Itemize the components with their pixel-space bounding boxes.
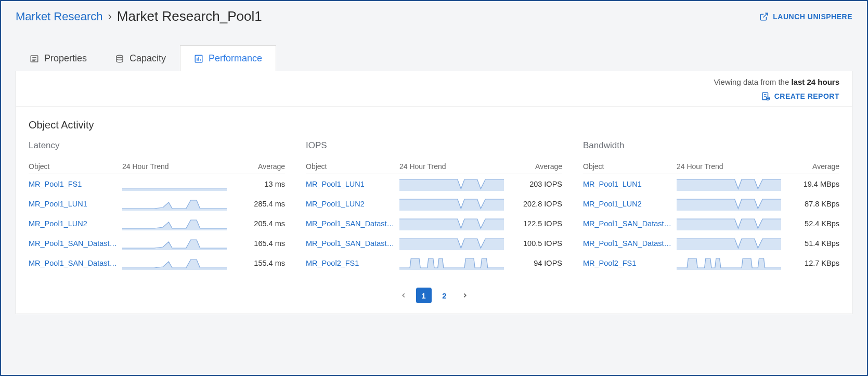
trend-sparkline [677,217,787,230]
breadcrumb-parent-link[interactable]: Market Research [16,10,103,23]
panel-title-iops: IOPS [306,140,562,151]
average-value: 51.4 KBps [787,239,839,248]
col-trend: 24 Hour Trend [122,162,233,171]
average-value: 12.7 KBps [787,259,839,267]
breadcrumb: Market Research › Market Research_Pool1 [16,8,262,24]
database-icon [115,54,124,63]
pagination-pages: 12 [416,288,452,303]
chevron-right-icon: › [108,10,112,23]
average-value: 13 ms [233,180,285,188]
launch-unisphere-label: LAUNCH UNISPHERE [773,12,852,21]
col-object: Object [29,162,122,171]
trend-sparkline [677,177,787,191]
average-value: 202.8 IOPS [510,200,562,208]
average-value: 203 IOPS [510,180,562,188]
average-value: 205.4 ms [233,219,285,228]
object-link[interactable]: MR_Pool1_LUN2 [29,219,122,228]
trend-sparkline [122,197,233,211]
trend-sparkline [122,256,233,270]
col-trend: 24 Hour Trend [399,162,510,171]
trend-sparkline [677,197,787,211]
col-object: Object [583,162,677,171]
chevron-right-icon [461,292,469,299]
tab-capacity-label: Capacity [129,53,166,64]
header: Market Research › Market Research_Pool1 … [1,1,867,30]
object-link[interactable]: MR_Pool1_SAN_Datasto… [306,239,399,248]
table-row: MR_Pool1_SAN_Datast… 155.4 ms [29,253,285,273]
svg-point-5 [116,55,123,58]
create-report-label: CREATE REPORT [774,92,839,100]
table-row: MR_Pool1_SAN_Datast… 165.4 ms [29,234,285,253]
table-row: MR_Pool1_LUN1 19.4 MBps [583,174,839,194]
object-link[interactable]: MR_Pool1_LUN2 [583,200,677,208]
col-trend: 24 Hour Trend [677,162,787,171]
pagination-prev[interactable] [396,288,411,303]
average-value: 52.4 KBps [787,219,839,228]
object-link[interactable]: MR_Pool1_SAN_Datast… [29,259,122,267]
pagination-page-1[interactable]: 1 [416,288,432,303]
table-row: MR_Pool2_FS1 94 IOPS [306,253,562,273]
table-row: MR_Pool1_LUN1 285.4 ms [29,194,285,214]
viewing-range: last 24 hours [791,77,839,86]
tabs: Properties Capacity Performance [1,45,867,71]
object-link[interactable]: MR_Pool1_SAN_Datasto… [583,219,677,228]
col-average: Average [233,162,285,171]
trend-sparkline [122,237,233,250]
table-row: MR_Pool1_FS1 13 ms [29,174,285,194]
object-link[interactable]: MR_Pool2_FS1 [306,259,399,267]
panel-title-latency: Latency [29,140,285,151]
launch-unisphere-link[interactable]: LAUNCH UNISPHERE [759,12,852,21]
trend-sparkline [399,197,510,211]
trend-sparkline [399,237,510,250]
average-value: 94 IOPS [510,259,562,267]
object-link[interactable]: MR_Pool1_SAN_Datasto… [583,239,677,248]
tab-properties[interactable]: Properties [16,45,101,71]
trend-sparkline [677,256,787,270]
info-bar: Viewing data from the last 24 hours CREA… [16,71,852,107]
content-card: Viewing data from the last 24 hours CREA… [16,71,852,314]
page-title: Market Research_Pool1 [117,8,262,24]
panel-bandwidth: Bandwidth Object 24 Hour Trend Average M… [583,140,839,273]
average-value: 100.5 IOPS [510,239,562,248]
table-row: MR_Pool1_LUN2 205.4 ms [29,214,285,234]
object-link[interactable]: MR_Pool1_LUN1 [306,180,399,188]
panel-header: Object 24 Hour Trend Average [583,162,839,174]
table-row: MR_Pool2_FS1 12.7 KBps [583,253,839,273]
average-value: 19.4 MBps [787,180,839,188]
average-value: 165.4 ms [233,239,285,248]
average-value: 87.8 KBps [787,200,839,208]
table-row: MR_Pool1_LUN2 202.8 IOPS [306,194,562,214]
create-report-button[interactable]: CREATE REPORT [761,92,839,101]
trend-sparkline [122,177,233,191]
table-row: MR_Pool1_LUN1 203 IOPS [306,174,562,194]
object-link[interactable]: MR_Pool1_SAN_Datast… [29,239,122,248]
table-row: MR_Pool1_SAN_Datasto… 122.5 IOPS [306,214,562,234]
list-icon [30,54,39,63]
object-link[interactable]: MR_Pool1_FS1 [29,180,122,188]
table-row: MR_Pool1_SAN_Datasto… 52.4 KBps [583,214,839,234]
pagination-page-2[interactable]: 2 [437,288,452,303]
trend-sparkline [122,217,233,230]
object-link[interactable]: MR_Pool1_LUN1 [29,200,122,208]
object-link[interactable]: MR_Pool2_FS1 [583,259,677,267]
report-icon [761,92,770,101]
average-value: 285.4 ms [233,200,285,208]
col-object: Object [306,162,399,171]
col-average: Average [787,162,839,171]
pagination: 12 [16,277,852,314]
trend-sparkline [399,217,510,230]
tab-capacity[interactable]: Capacity [101,45,180,71]
panel-title-bandwidth: Bandwidth [583,140,839,151]
tab-properties-label: Properties [44,53,87,64]
pagination-next[interactable] [458,288,472,303]
object-link[interactable]: MR_Pool1_LUN2 [306,200,399,208]
object-link[interactable]: MR_Pool1_SAN_Datasto… [306,219,399,228]
object-link[interactable]: MR_Pool1_LUN1 [583,180,677,188]
chevron-left-icon [400,292,407,299]
table-row: MR_Pool1_LUN2 87.8 KBps [583,194,839,214]
tab-performance[interactable]: Performance [180,45,276,71]
col-average: Average [510,162,562,171]
trend-sparkline [677,237,787,250]
external-link-icon [759,12,769,21]
average-value: 122.5 IOPS [510,219,562,228]
